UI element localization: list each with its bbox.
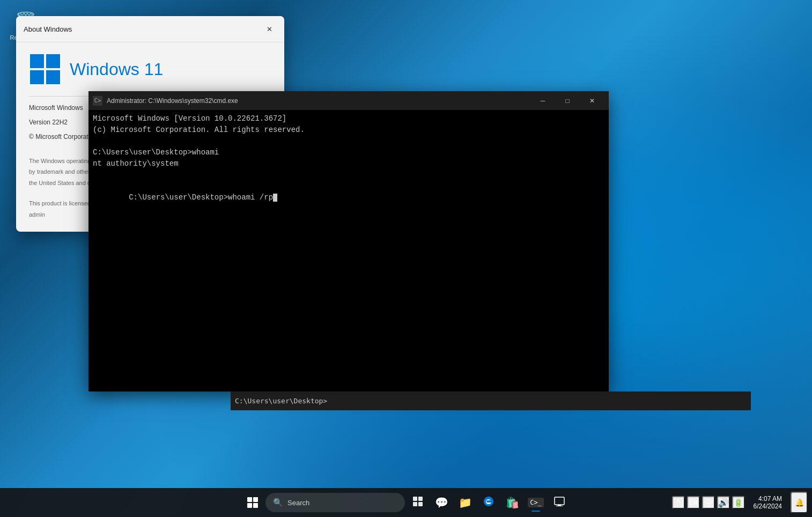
cmd-window[interactable]: C> Administrator: C:\Windows\system32\cm… bbox=[88, 91, 609, 392]
desktop: 🗑️ Recycle Bin About Windows ✕ Windows 1… bbox=[0, 0, 812, 517]
cmd-line-2: (c) Microsoft Corporation. All rights re… bbox=[93, 124, 604, 136]
cmd-window-icon: C> bbox=[93, 96, 102, 106]
cmd-line-4: C:\Users\user\Desktop>whoami bbox=[93, 147, 604, 158]
search-icon: 🔍 bbox=[273, 498, 283, 507]
about-windows-title: About Windows bbox=[24, 25, 72, 33]
svg-rect-2 bbox=[30, 70, 44, 84]
taskbar-right: ^ EN 🔊 bbox=[672, 492, 808, 513]
cmd-body[interactable]: Microsoft Windows [Version 10.0.22621.36… bbox=[88, 110, 609, 392]
svg-rect-5 bbox=[418, 497, 423, 501]
svg-rect-6 bbox=[413, 502, 417, 506]
task-view-icon bbox=[412, 496, 423, 509]
cmd-window-controls: ─ □ ✕ bbox=[530, 92, 604, 109]
clock-time: 4:07 AM bbox=[754, 495, 782, 503]
about-windows-close-btn[interactable]: ✕ bbox=[262, 21, 277, 36]
about-windows-titlebar: About Windows ✕ bbox=[16, 16, 284, 42]
cmd-taskbar-icon: C>_ bbox=[528, 498, 544, 507]
volume-btn[interactable]: 🔊 bbox=[717, 496, 730, 509]
cmd-line-6 bbox=[93, 169, 604, 181]
win11-logo-svg bbox=[29, 53, 61, 85]
cmd-line-1: Microsoft Windows [Version 10.0.22621.36… bbox=[93, 113, 604, 124]
notification-icon: 🔔 bbox=[795, 498, 804, 507]
search-label: Search bbox=[287, 499, 309, 507]
store-button[interactable]: 🛍️ bbox=[501, 492, 523, 513]
notification-btn[interactable]: 🔔 bbox=[791, 492, 808, 513]
svg-rect-8 bbox=[555, 497, 564, 505]
tray-chevron-btn[interactable]: ^ bbox=[672, 496, 685, 509]
cmd-bg-text: C:\Users\user\Desktop> bbox=[235, 397, 327, 405]
cmd-window-background: C:\Users\user\Desktop> bbox=[231, 392, 751, 410]
store-icon: 🛍️ bbox=[506, 496, 519, 509]
edge-icon bbox=[483, 496, 494, 510]
win11-dialog-title: Windows 11 bbox=[70, 60, 163, 79]
system-tray: ^ EN 🔊 bbox=[672, 496, 745, 509]
svg-rect-4 bbox=[413, 497, 417, 501]
language-btn[interactable]: EN bbox=[687, 496, 700, 509]
clock-date: 6/24/2024 bbox=[754, 503, 782, 510]
start-button[interactable] bbox=[242, 492, 263, 513]
cmd-line-7: C:\Users\user\Desktop>whoami /rp bbox=[93, 181, 604, 215]
battery-icon: 🔋 bbox=[734, 498, 743, 507]
taskbar: 🔍 Search 💬 📁 bbox=[0, 488, 812, 517]
svg-rect-1 bbox=[46, 54, 60, 68]
chat-icon: 💬 bbox=[435, 496, 448, 509]
battery-btn[interactable]: 🔋 bbox=[732, 496, 745, 509]
cmd-line-5: nt authority\system bbox=[93, 158, 604, 169]
chevron-icon: ^ bbox=[676, 498, 680, 507]
cmd-maximize-btn[interactable]: □ bbox=[555, 92, 580, 109]
show-desktop-icon bbox=[554, 496, 565, 509]
cmd-line-3 bbox=[93, 136, 604, 147]
taskbar-center: 🔍 Search 💬 📁 bbox=[242, 492, 570, 513]
cmd-titlebar: C> Administrator: C:\Windows\system32\cm… bbox=[88, 91, 609, 110]
svg-rect-0 bbox=[30, 54, 44, 68]
cmd-cursor bbox=[273, 194, 277, 202]
cmd-close-btn[interactable]: ✕ bbox=[580, 92, 604, 109]
cmd-title-text: Administrator: C:\Windows\system32\cmd.e… bbox=[107, 97, 238, 105]
clock[interactable]: 4:07 AM 6/24/2024 bbox=[749, 493, 786, 512]
file-explorer-icon: 📁 bbox=[459, 496, 472, 509]
svg-rect-3 bbox=[46, 70, 60, 84]
show-desktop-button[interactable] bbox=[549, 492, 570, 513]
file-explorer-button[interactable]: 📁 bbox=[454, 492, 476, 513]
network-icon bbox=[704, 497, 713, 508]
cmd-title-left: C> Administrator: C:\Windows\system32\cm… bbox=[93, 96, 238, 106]
svg-point-11 bbox=[707, 505, 709, 506]
svg-rect-9 bbox=[558, 505, 561, 506]
volume-icon: 🔊 bbox=[718, 498, 729, 508]
edge-button[interactable] bbox=[478, 492, 499, 513]
chat-button[interactable]: 💬 bbox=[431, 492, 452, 513]
start-logo-icon bbox=[247, 497, 258, 508]
network-btn[interactable] bbox=[702, 496, 715, 509]
svg-rect-7 bbox=[418, 502, 423, 506]
language-icon: EN bbox=[689, 499, 697, 506]
cmd-minimize-btn[interactable]: ─ bbox=[530, 92, 555, 109]
task-view-button[interactable] bbox=[407, 492, 429, 513]
win11-logo-row: Windows 11 bbox=[29, 53, 271, 85]
svg-rect-10 bbox=[556, 506, 563, 506]
search-bar[interactable]: 🔍 Search bbox=[265, 493, 405, 512]
cmd-taskbar-button[interactable]: C>_ bbox=[525, 492, 547, 513]
about-windows-controls: ✕ bbox=[262, 21, 277, 36]
